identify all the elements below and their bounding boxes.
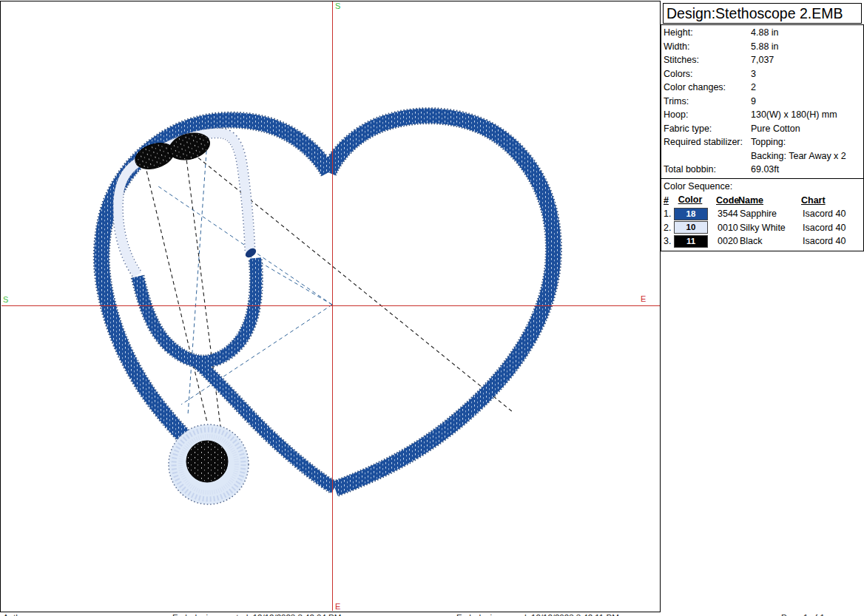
property-row-width: Width: 5.88 in [664, 40, 862, 54]
color-sequence-row: 1. 18 3544 Sapphire Isacord 40 [664, 207, 862, 221]
print-footer: Author: Emb design created: 12/12/2023 3… [0, 613, 864, 616]
property-value: 69.03ft [751, 163, 862, 177]
stabilizer-topping: Topping: [751, 135, 862, 149]
property-row-stabilizer: Required stabilizer: Topping: Backing: T… [664, 135, 862, 163]
column-header-color: Color [674, 194, 706, 206]
origin-crosshair [1, 1, 660, 611]
property-row-color-changes: Color changes: 2 [664, 81, 862, 95]
property-row-stitches: Stitches: 7,037 [664, 53, 862, 67]
stabilizer-backing: Backing: Tear Away x 2 [751, 149, 862, 163]
property-label: Colors: [664, 67, 751, 81]
property-label: Width: [664, 40, 751, 54]
property-row-hoop: Hoop: 130(W) x 180(H) mm [664, 108, 862, 122]
property-label: Color changes: [664, 81, 751, 95]
design-canvas: S S E E [0, 0, 661, 616]
chest-piece [169, 424, 249, 504]
thread-swatch: 18 [674, 208, 708, 220]
thread-chart: Isacord 40 [803, 221, 862, 235]
color-sequence-section: Color Sequence: # Color Code Name Chart … [661, 179, 864, 251]
property-value: Topping: Backing: Tear Away x 2 [751, 135, 862, 163]
property-label: Trims: [664, 95, 751, 109]
color-sequence-heading: Color Sequence: [664, 180, 862, 194]
footer-page: Page 1 of 1 [781, 613, 825, 616]
thread-code: 3544 [718, 207, 740, 221]
thread-swatch: 10 [674, 221, 708, 234]
property-label: Height: [664, 26, 751, 40]
property-value: 4.88 in [751, 26, 862, 40]
property-label: Required stabilizer: [664, 135, 751, 163]
thread-chart: Isacord 40 [803, 207, 862, 221]
thread-name: Black [740, 234, 803, 248]
thread-swatch: 11 [674, 235, 708, 248]
heart-outline [101, 116, 553, 489]
start-marker-top: S [335, 1, 340, 10]
property-label: Stitches: [664, 53, 751, 67]
design-properties: Height: 4.88 in Width: 5.88 in Stitches:… [661, 24, 864, 179]
chest-piece-center [186, 441, 228, 482]
column-header-name: Name [738, 194, 801, 208]
thread-name: Sapphire [740, 207, 803, 221]
footer-created: Emb design created: 12/12/2023 3:42:04 P… [172, 613, 341, 616]
property-label: Fabric type: [664, 122, 751, 136]
design-info-panel: Design:Stethoscope 2.EMB Height: 4.88 in… [661, 0, 864, 251]
property-value: 5.88 in [751, 40, 862, 54]
property-value: Pure Cotton [751, 122, 862, 136]
footer-saved: Emb design saved: 12/12/2023 3:42:11 PM [456, 613, 619, 616]
property-row-height: Height: 4.88 in [664, 26, 862, 40]
property-value: 130(W) x 180(H) mm [751, 108, 862, 122]
column-header-code: Code [716, 194, 738, 208]
end-marker-right: E [641, 294, 646, 303]
canvas-border [1, 1, 661, 612]
property-row-bobbin: Total bobbin: 69.03ft [664, 163, 862, 177]
travel-stitch-lines [144, 131, 513, 432]
column-header-chart: Chart [801, 194, 862, 208]
property-value: 9 [751, 95, 862, 109]
property-row-fabric: Fabric type: Pure Cotton [664, 122, 862, 136]
color-sequence-header: # Color Code Name Chart [664, 194, 862, 208]
thread-name: Silky White [740, 221, 803, 235]
thread-chart: Isacord 40 [803, 234, 862, 248]
color-sequence-row: 3. 11 0020 Black Isacord 40 [664, 234, 862, 248]
thread-number: 2. [664, 221, 674, 235]
property-label: Hoop: [664, 108, 751, 122]
thread-code: 0010 [718, 221, 740, 235]
column-header-num: # [664, 194, 674, 208]
end-marker-bottom: E [335, 602, 340, 611]
start-marker-left: S [3, 295, 8, 304]
property-value: 2 [751, 81, 862, 95]
color-sequence-row: 2. 10 0010 Silky White Isacord 40 [664, 221, 862, 235]
thread-code: 0020 [718, 234, 740, 248]
property-value: 3 [751, 67, 862, 81]
property-row-trims: Trims: 9 [664, 95, 862, 109]
property-value: 7,037 [751, 53, 862, 67]
design-title: Design:Stethoscope 2.EMB [663, 3, 862, 24]
footer-author: Author: [3, 613, 30, 616]
thread-number: 1. [664, 207, 674, 221]
property-row-colors: Colors: 3 [664, 67, 862, 81]
thread-number: 3. [664, 234, 674, 248]
property-label: Total bobbin: [664, 163, 751, 177]
